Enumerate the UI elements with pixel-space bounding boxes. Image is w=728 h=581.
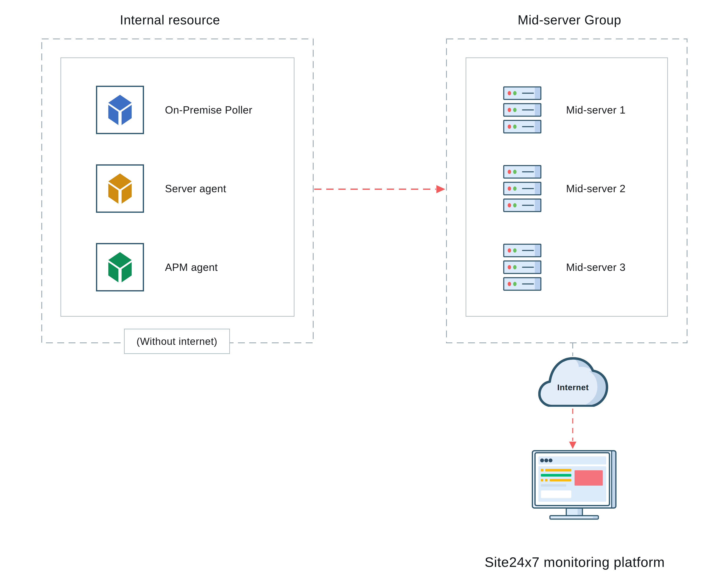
midserver-group-title: Mid-server Group (428, 12, 711, 27)
apm-agent-label: APM agent (165, 259, 218, 275)
cube-icon (107, 173, 133, 205)
internet-cloud-icon: Internet (537, 357, 609, 407)
server-rack-icon (503, 165, 542, 212)
on-premise-poller-label: On-Premise Poller (165, 102, 252, 118)
server-rack-icon (503, 86, 542, 133)
arrow-cloud-to-platform-head (569, 442, 576, 449)
server-rack-icon (503, 244, 542, 291)
midserver-3-label: Mid-server 3 (566, 259, 626, 275)
server-agent-tile (96, 164, 144, 213)
monitor-icon (532, 450, 617, 520)
midserver-1-label: Mid-server 1 (566, 102, 626, 118)
on-premise-poller-tile (96, 86, 144, 134)
server-agent-label: Server agent (165, 181, 226, 196)
midserver-2-label: Mid-server 2 (566, 181, 626, 196)
cube-icon (107, 94, 133, 126)
apm-agent-tile (96, 243, 144, 291)
arrow-internal-to-midserver-head (436, 185, 445, 193)
internet-label: Internet (557, 383, 589, 392)
platform-caption: Site24x7 monitoring platform (434, 554, 716, 570)
without-internet-note: (Without internet) (124, 329, 230, 354)
cube-icon (107, 251, 133, 283)
internal-group-title: Internal resource (29, 12, 311, 27)
diagram-canvas: Internal resource On-Premise Poller Serv… (0, 0, 728, 581)
